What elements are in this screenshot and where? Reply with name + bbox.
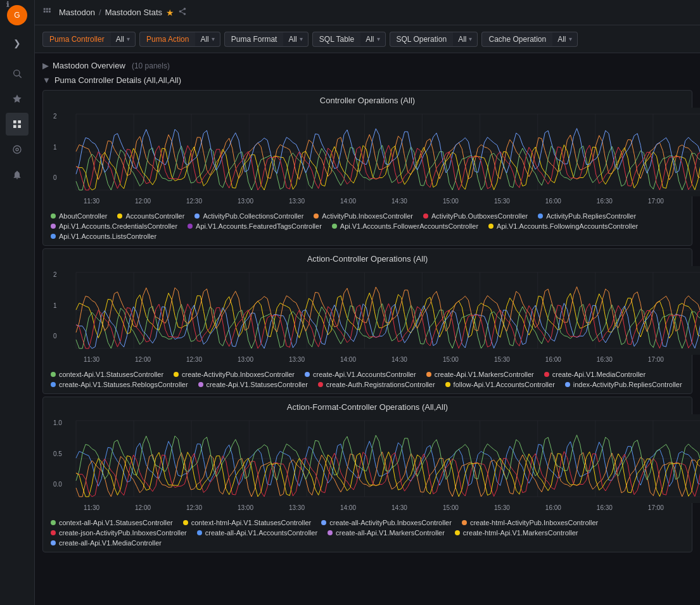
cache-operation-select[interactable]: All ▾ bbox=[552, 32, 577, 47]
legend-item: create-Api.V1.StatusesController bbox=[198, 381, 308, 388]
legend-item: create-all-Api.V1.MarkersController bbox=[328, 529, 445, 537]
breadcrumb: Mastodon / Mastodon Stats ★ bbox=[59, 7, 187, 18]
legend-item: create-Api.V1.MarkersController bbox=[426, 371, 534, 378]
legend-item: ActivityPub.OutboxesController bbox=[423, 212, 528, 220]
sql-operation-label[interactable]: SQL Operation bbox=[390, 32, 454, 47]
legend-item: create-json-ActivityPub.InboxesControlle… bbox=[51, 529, 187, 537]
legend-item: create-html-ActivityPub.InboxesControlle… bbox=[462, 519, 598, 526]
puma-controller-label[interactable]: Puma Controller bbox=[42, 32, 111, 47]
legend-dot bbox=[318, 382, 323, 387]
chart3-container: 1.0 0.5 0.0 11:3012:0012:3013:0013:30 14… bbox=[43, 414, 692, 516]
legend-dot bbox=[197, 530, 202, 535]
legend-item: Api.V1.Accounts.FollowingAccountsControl… bbox=[488, 222, 638, 230]
svg-rect-4 bbox=[13, 120, 16, 124]
legend-item: context-Api.V1.StatusesController bbox=[51, 371, 163, 378]
page-name[interactable]: Mastodon Stats bbox=[105, 8, 162, 17]
legend-item: Api.V1.Accounts.CredentialsController bbox=[51, 222, 177, 230]
puma-action-select[interactable]: All ▾ bbox=[195, 32, 220, 47]
y-label-0: 0 bbox=[53, 333, 57, 340]
legend-dot bbox=[51, 382, 56, 387]
legend-item: create-all-ActivityPub.InboxesController bbox=[321, 519, 452, 526]
panel3-legend: context-all-Api.V1.StatusesController co… bbox=[43, 516, 692, 552]
legend-item: create-all-Api.V1.MediaController bbox=[51, 539, 162, 547]
sidebar-toggle[interactable]: ❯ bbox=[6, 32, 29, 54]
legend-item: context-html-Api.V1.StatusesController bbox=[183, 519, 312, 526]
section-puma-details[interactable]: ▼ Puma Controller Details (All,All,All) bbox=[35, 73, 700, 87]
svg-point-8 bbox=[13, 146, 21, 153]
legend-item: context-all-Api.V1.StatusesController bbox=[51, 519, 173, 526]
legend-dot bbox=[544, 372, 549, 377]
svg-rect-11 bbox=[46, 8, 48, 10]
legend-item: ActivityPub.RepliesController bbox=[538, 212, 636, 220]
y-label-05: 0.5 bbox=[53, 450, 62, 457]
sql-table-select[interactable]: All ▾ bbox=[360, 32, 385, 47]
panel3-title: Action-Format-Controller Operations (All… bbox=[43, 397, 692, 414]
legend-item: Api.V1.Accounts.FeaturedTagsController bbox=[188, 222, 322, 230]
overview-title: Mastodon Overview bbox=[53, 61, 125, 70]
svg-rect-15 bbox=[49, 11, 51, 13]
legend-dot bbox=[174, 372, 179, 377]
chart1-container: 2 1 0 11:3012:0012:3013:0013:30 14:0014:… bbox=[43, 108, 692, 210]
legend-dot bbox=[565, 382, 570, 387]
puma-format-label[interactable]: Puma Format bbox=[224, 32, 284, 47]
legend-item: Api.V1.Accounts.FollowerAccountsControll… bbox=[332, 222, 478, 230]
legend-dot bbox=[188, 224, 193, 229]
sidebar-item-alerts[interactable] bbox=[6, 163, 29, 186]
sql-operation-select[interactable]: All ▾ bbox=[453, 32, 478, 47]
svg-rect-10 bbox=[44, 8, 46, 10]
panel1-legend: AboutController AccountsController Activ… bbox=[43, 210, 692, 245]
legend-item: create-ActivityPub.InboxesController bbox=[174, 371, 295, 378]
section-overview[interactable]: ▶ Mastodon Overview (10 panels) bbox=[35, 58, 700, 73]
svg-rect-12 bbox=[49, 8, 51, 10]
chart1-xaxis: 11:3012:0012:3013:0013:30 14:0014:3015:0… bbox=[48, 196, 687, 205]
sidebar-item-explore[interactable] bbox=[6, 138, 29, 161]
filter-puma-format: Puma Format All ▾ bbox=[224, 32, 309, 47]
main-content: Mastodon / Mastodon Stats ★ Puma Control… bbox=[35, 0, 700, 605]
panel1-title: Controller Operations (All) bbox=[43, 91, 692, 108]
legend-dot bbox=[51, 540, 56, 545]
favorite-icon[interactable]: ★ bbox=[166, 8, 174, 18]
panel2-legend: context-Api.V1.StatusesController create… bbox=[43, 368, 692, 393]
share-icon[interactable] bbox=[178, 7, 187, 18]
legend-item: create-Api.V1.Statuses.ReblogsController bbox=[51, 381, 188, 388]
legend-dot bbox=[51, 520, 56, 525]
legend-dot bbox=[117, 213, 122, 219]
filter-puma-action: Puma Action All ▾ bbox=[139, 32, 220, 47]
cache-operation-label[interactable]: Cache Operation bbox=[481, 32, 552, 47]
svg-point-2 bbox=[14, 70, 20, 76]
org-name[interactable]: Mastodon bbox=[59, 8, 95, 17]
y-label-0: 0 bbox=[53, 174, 57, 181]
filter-sql-operation: SQL Operation All ▾ bbox=[390, 32, 478, 47]
legend-dot bbox=[51, 224, 56, 229]
svg-rect-7 bbox=[18, 125, 21, 128]
svg-line-3 bbox=[19, 75, 22, 78]
sidebar-item-search[interactable] bbox=[6, 62, 29, 85]
legend-dot bbox=[445, 382, 450, 387]
panel2-title: Action-Controller Operations (All) bbox=[43, 249, 692, 266]
apps-icon bbox=[42, 7, 51, 18]
svg-rect-6 bbox=[13, 125, 16, 128]
legend-item: ActivityPub.CollectionsController bbox=[194, 212, 303, 220]
app-logo[interactable]: G bbox=[7, 5, 27, 25]
legend-dot bbox=[194, 213, 200, 219]
legend-dot bbox=[51, 213, 56, 219]
breadcrumb-sep: / bbox=[99, 8, 101, 17]
sidebar-item-star[interactable] bbox=[6, 87, 29, 110]
legend-item: create-all-Api.V1.AccountsController bbox=[197, 529, 317, 537]
legend-item: create-Api.V1.MediaController bbox=[544, 371, 646, 378]
legend-dot bbox=[51, 234, 56, 239]
legend-item: create-html-Api.V1.MarkersController bbox=[455, 529, 578, 537]
panel-controller-operations: ℹ Controller Operations (All) 2 1 0 11:3… bbox=[42, 90, 692, 246]
puma-controller-select[interactable]: All ▾ bbox=[111, 32, 136, 47]
legend-dot bbox=[321, 520, 326, 525]
filter-cache-operation: Cache Operation All ▾ bbox=[481, 32, 577, 47]
sql-table-label[interactable]: SQL Table bbox=[312, 32, 360, 47]
legend-dot bbox=[455, 530, 460, 535]
overview-count: (10 panels) bbox=[132, 61, 170, 70]
puma-action-label[interactable]: Puma Action bbox=[139, 32, 195, 47]
legend-dot bbox=[328, 530, 333, 535]
panel-action-controller-operations: ℹ Action-Controller Operations (All) 2 1… bbox=[42, 248, 692, 394]
sidebar-item-dashboards[interactable] bbox=[6, 113, 29, 136]
puma-format-select[interactable]: All ▾ bbox=[283, 32, 308, 47]
svg-point-9 bbox=[16, 148, 18, 151]
